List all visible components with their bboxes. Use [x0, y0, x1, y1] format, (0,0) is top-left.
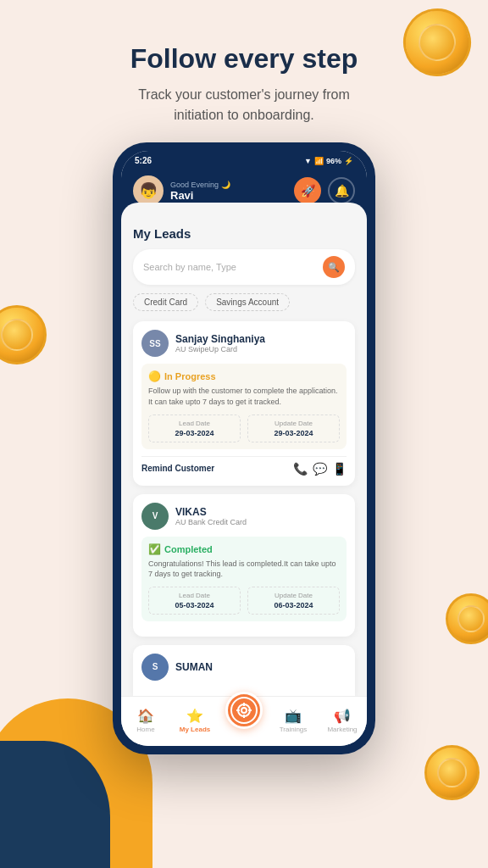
status-label-vikas: ✅ Completed [148, 543, 340, 555]
update-date-box-vikas: Update Date 06-03-2024 [247, 587, 340, 615]
phone-wrapper: 5:26 ▼ 📶 96% ⚡ 👦 Good Evening 🌙 Ravi [0, 142, 488, 754]
progress-icon: 🟡 [148, 370, 161, 382]
lead-date-box-sanjay: Lead Date 29-03-2024 [148, 415, 241, 442]
lead-product-sanjay: AU SwipeUp Card [175, 345, 265, 353]
filter-chip-savings[interactable]: Savings Account [205, 293, 290, 311]
phone-icon[interactable]: 📞 [293, 462, 308, 476]
phone-screen: 5:26 ▼ 📶 96% ⚡ 👦 Good Evening 🌙 Ravi [121, 151, 367, 745]
battery-icon: ⚡ [344, 157, 353, 165]
wifi-icon: ▼ [304, 157, 312, 165]
nav-trainings-label: Trainings [280, 726, 308, 733]
nav-my-leads[interactable]: ⭐ My Leads [170, 708, 219, 733]
status-bar: 5:26 ▼ 📶 96% ⚡ [121, 151, 367, 169]
remind-row-sanjay: Remind Customer 📞 💬 📱 [141, 456, 347, 477]
search-button[interactable]: 🔍 [323, 256, 345, 278]
filter-chip-credit-card[interactable]: Credit Card [133, 293, 198, 311]
section-title: My Leads [133, 226, 355, 241]
update-date-box-sanjay: Update Date 29-03-2024 [247, 415, 340, 442]
bottom-nav: 🏠 Home ⭐ My Leads [121, 696, 367, 746]
remind-label: Remind Customer [141, 464, 214, 473]
nav-home-label: Home [136, 726, 154, 733]
nav-marketing[interactable]: 📢 Marketing [318, 708, 367, 733]
search-input-display: Search by name, Type [143, 262, 318, 272]
home-icon: 🏠 [137, 708, 154, 724]
lead-name-vikas: VIKAS [175, 506, 247, 518]
trainings-icon: 📺 [285, 708, 302, 724]
status-box-sanjay: 🟡 In Progress Follow up with the custome… [141, 364, 347, 448]
status-icons: ▼ 📶 96% ⚡ [304, 157, 353, 165]
crosshair-icon [236, 703, 252, 718]
lead-card-sanjay: SS Sanjay Singhaniya AU SwipeUp Card 🟡 I… [133, 321, 355, 485]
status-desc-sanjay: Follow up with the customer to complete … [148, 386, 340, 407]
greeting-text: Good Evening 🌙 [170, 181, 230, 189]
chat-icon[interactable]: 💬 [313, 462, 327, 476]
lead-header-sanjay: SS Sanjay Singhaniya AU SwipeUp Card [141, 330, 347, 357]
greeting-block: Good Evening 🌙 Ravi [170, 181, 230, 202]
lead-card-vikas: V VIKAS AU Bank Credit Card ✅ Completed … [133, 494, 355, 637]
dates-row-vikas: Lead Date 05-03-2024 Update Date 06-03-2… [148, 587, 340, 615]
center-action-inner [230, 697, 258, 724]
whatsapp-icon[interactable]: 📱 [332, 462, 347, 476]
search-bar[interactable]: Search by name, Type 🔍 [133, 249, 355, 285]
signal-icon: 📶 [314, 157, 324, 165]
nav-center[interactable] [219, 702, 269, 739]
lead-info-sanjay: Sanjay Singhaniya AU SwipeUp Card [175, 333, 265, 353]
nav-leads-label: My Leads [180, 726, 210, 733]
center-action-button[interactable] [225, 692, 263, 729]
filter-chips: Credit Card Savings Account [133, 293, 355, 311]
lead-avatar-suman: S [141, 654, 169, 681]
lead-avatar-sanjay: SS [141, 330, 169, 357]
nav-home[interactable]: 🏠 Home [121, 708, 170, 733]
remind-icons: 📞 💬 📱 [293, 462, 347, 476]
lead-info-suman: SUMAN [175, 661, 213, 673]
status-box-vikas: ✅ Completed Congratulations! This lead i… [141, 537, 347, 621]
status-label-sanjay: 🟡 In Progress [148, 370, 340, 382]
status-time: 5:26 [135, 156, 152, 165]
status-desc-vikas: Congratulations! This lead is completed.… [148, 559, 340, 580]
avatar: 👦 [133, 175, 164, 206]
leads-icon: ⭐ [186, 708, 203, 724]
content-area: My Leads Search by name, Type 🔍 Credit C… [121, 220, 367, 695]
lead-avatar-vikas: V [141, 503, 169, 530]
app-header: 👦 Good Evening 🌙 Ravi 🚀 🔔 [121, 169, 367, 220]
notification-button[interactable]: 🔔 [328, 177, 355, 204]
svg-point-0 [238, 704, 250, 716]
lead-product-vikas: AU Bank Credit Card [175, 518, 247, 526]
svg-point-1 [241, 708, 247, 713]
completed-icon: ✅ [148, 543, 161, 555]
hero-title: Follow every step [34, 42, 454, 75]
nav-marketing-label: Marketing [327, 726, 357, 733]
greeting-name: Ravi [170, 189, 230, 202]
lead-date-box-vikas: Lead Date 05-03-2024 [148, 587, 241, 615]
lead-header-suman: S SUMAN [141, 654, 347, 681]
hero-subtitle: Track your customer's journey frominitia… [34, 85, 454, 125]
lead-info-vikas: VIKAS AU Bank Credit Card [175, 506, 247, 526]
header-right: 🚀 🔔 [294, 177, 355, 204]
lead-name-sanjay: Sanjay Singhaniya [175, 333, 265, 345]
lead-name-suman: SUMAN [175, 661, 213, 673]
battery-text: 96% [326, 157, 341, 165]
hero-section: Follow every step Track your customer's … [0, 0, 488, 142]
header-left: 👦 Good Evening 🌙 Ravi [133, 175, 230, 206]
phone-frame: 5:26 ▼ 📶 96% ⚡ 👦 Good Evening 🌙 Ravi [113, 142, 375, 754]
nav-trainings[interactable]: 📺 Trainings [269, 708, 318, 733]
marketing-icon: 📢 [334, 708, 351, 724]
rocket-button[interactable]: 🚀 [294, 177, 321, 204]
dates-row-sanjay: Lead Date 29-03-2024 Update Date 29-03-2… [148, 415, 340, 442]
lead-header-vikas: V VIKAS AU Bank Credit Card [141, 503, 347, 530]
lead-card-suman: S SUMAN [133, 645, 355, 696]
